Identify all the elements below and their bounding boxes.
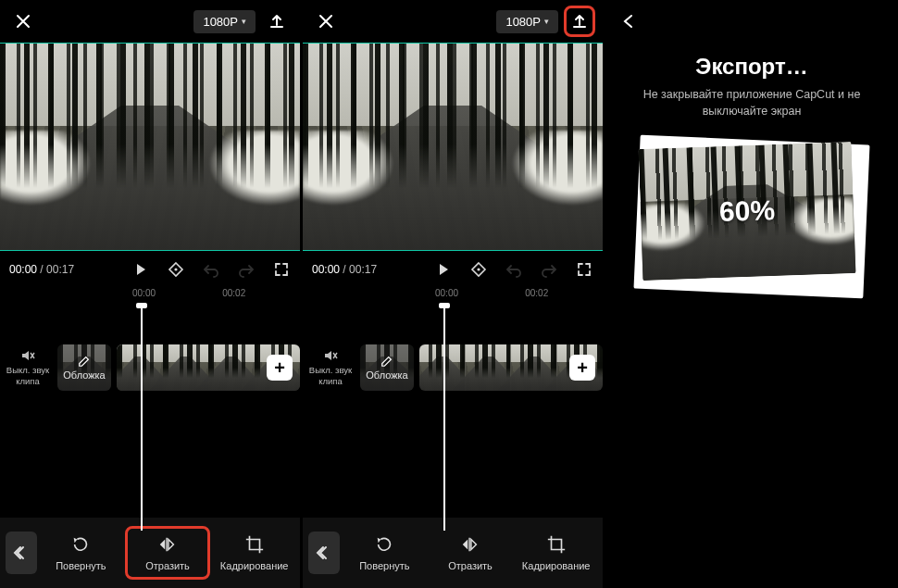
video-preview[interactable]: [303, 43, 603, 251]
close-button[interactable]: [7, 6, 39, 37]
toolbar-back-button[interactable]: [6, 532, 37, 574]
fullscreen-button[interactable]: [272, 260, 291, 279]
transport-bar: 00:00 / 00:17: [0, 251, 300, 288]
top-bar: [605, 0, 898, 43]
mute-clip-button[interactable]: Выкл. звукклипа: [303, 348, 358, 387]
svg-point-0: [174, 268, 177, 270]
export-title: Экспорт…: [605, 54, 898, 80]
keyframe-button[interactable]: [167, 260, 185, 279]
resolution-label: 1080P: [203, 15, 238, 29]
play-button[interactable]: [131, 260, 150, 279]
editor-pane-original: 1080P ▾ 00:00 / 00:17: [0, 0, 300, 588]
close-button[interactable]: [310, 6, 342, 37]
playhead[interactable]: [141, 305, 143, 531]
back-button[interactable]: [615, 7, 642, 35]
timeline[interactable]: Выкл. звукклипа Обложка 15.1s +: [303, 331, 603, 419]
add-clip-button[interactable]: +: [267, 355, 293, 381]
export-button[interactable]: [564, 6, 595, 37]
bottom-toolbar: Повернуть Отразить Кадрирование: [303, 518, 603, 588]
cover-thumbnail[interactable]: Обложка: [57, 344, 111, 391]
tool-rotate[interactable]: Повернуть: [41, 529, 121, 578]
redo-button[interactable]: [540, 260, 558, 279]
toolbar-back-button[interactable]: [308, 532, 340, 574]
resolution-dropdown[interactable]: 1080P ▾: [193, 10, 256, 33]
time-display: 00:00 / 00:17: [312, 263, 377, 276]
editor-pane-mirrored: 1080P ▾ 00:00 / 00:17 00:00 00:02: [303, 0, 603, 588]
keyframe-button[interactable]: [469, 260, 488, 279]
tool-crop[interactable]: Кадрирование: [515, 529, 597, 578]
tool-crop[interactable]: Кадрирование: [214, 529, 294, 578]
top-bar: 1080P ▾: [0, 0, 300, 43]
caret-down-icon: ▾: [544, 17, 549, 26]
bottom-toolbar: Повернуть Отразить Кадрирование: [0, 518, 300, 588]
export-button[interactable]: [261, 6, 293, 37]
resolution-label: 1080P: [505, 15, 541, 29]
play-button[interactable]: [434, 260, 453, 279]
video-preview[interactable]: [0, 43, 300, 251]
cover-thumbnail[interactable]: Обложка: [360, 344, 414, 391]
export-progress-card: 60%: [637, 140, 867, 294]
export-pane: Экспорт… Не закрывайте приложение CapCut…: [605, 0, 898, 588]
timeline-ruler[interactable]: 00:00 00:02: [303, 288, 603, 305]
export-subtitle: Не закрывайте приложение CapCut и не вык…: [605, 87, 898, 119]
timeline-ruler[interactable]: 00:00 00:02: [0, 288, 300, 305]
undo-button[interactable]: [202, 260, 220, 279]
top-bar: 1080P ▾: [303, 0, 603, 43]
timeline[interactable]: Выкл. звукклипа Обложка 15.1s +: [0, 331, 300, 419]
fullscreen-button[interactable]: [575, 260, 593, 279]
time-display: 00:00 / 00:17: [9, 263, 74, 276]
transport-bar: 00:00 / 00:17: [303, 251, 603, 288]
playhead[interactable]: [443, 305, 445, 531]
redo-button[interactable]: [237, 260, 256, 279]
undo-button[interactable]: [505, 260, 523, 279]
tool-mirror[interactable]: Отразить: [430, 529, 512, 578]
resolution-dropdown[interactable]: 1080P ▾: [496, 10, 558, 33]
add-clip-button[interactable]: +: [569, 355, 595, 381]
tool-rotate[interactable]: Повернуть: [343, 529, 426, 578]
caret-down-icon: ▾: [242, 17, 246, 26]
export-progress-percent: 60%: [639, 142, 856, 281]
tool-mirror[interactable]: Отразить: [125, 526, 211, 581]
mute-clip-button[interactable]: Выкл. звукклипа: [0, 348, 56, 387]
svg-point-1: [477, 268, 480, 270]
